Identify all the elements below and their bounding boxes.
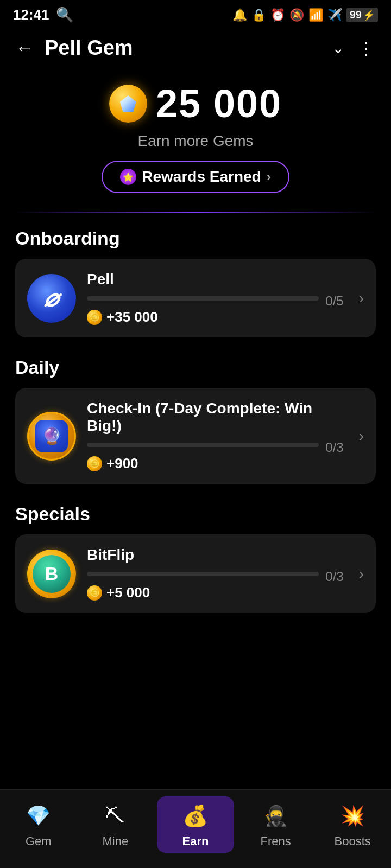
nav-item-earn[interactable]: 💰 Earn [157, 796, 234, 853]
gem-nav-label: Gem [26, 834, 52, 848]
boosts-nav-label: Boosts [335, 834, 371, 848]
specials-section: Specials B BitFlip 0/3 🪙 +5 000 › [0, 494, 391, 613]
checkin-task-counter: 0/3 [325, 440, 343, 455]
pell-task-content: Pell 0/5 🪙 +35 000 [87, 271, 344, 326]
bitflip-task-icon: B [27, 550, 76, 598]
nav-item-boosts[interactable]: 💥 Boosts [314, 796, 391, 853]
checkin-task-reward: 🪙 +900 [87, 455, 344, 472]
rewards-earned-button[interactable]: ⭐ Rewards Earned › [102, 161, 289, 193]
header: ← Pell Gem ⌄ ⋮ [0, 28, 391, 71]
checkin-task-icon: 🔮 [27, 412, 76, 461]
bottom-navigation: 💎 Gem ⛏ Mine 💰 Earn 🥷 Frens 💥 Boosts [0, 789, 391, 868]
earn-nav-icon: 💰 [180, 801, 211, 831]
earn-more-label: Earn more Gems [0, 132, 391, 150]
status-time: 12:41 [13, 7, 49, 23]
alarm-icon: ⏰ [270, 8, 285, 22]
onboarding-section: Onboarding ⌀ Pell 0/5 🪙 +35 000 › [0, 218, 391, 337]
pell-task-name: Pell [87, 271, 344, 288]
checkin-task-content: Check-In (7-Day Complete: Win Big!) 0/3 … [87, 400, 344, 472]
bitflip-task-name: BitFlip [87, 546, 344, 564]
gem-count-display: 25 000 [0, 81, 391, 126]
rewards-chevron-icon: › [267, 169, 271, 184]
pell-progress-bar [87, 296, 319, 301]
mute-icon: 🔕 [289, 8, 304, 22]
task-card-checkin[interactable]: 🔮 Check-In (7-Day Complete: Win Big!) 0/… [15, 388, 376, 484]
bitflip-reward-value: +5 000 [106, 584, 150, 601]
pell-task-arrow-icon: › [359, 290, 364, 307]
hero-section: 25 000 Earn more Gems ⭐ Rewards Earned › [0, 71, 391, 199]
task-card-bitflip[interactable]: B BitFlip 0/3 🪙 +5 000 › [15, 534, 376, 613]
gem-count-number: 25 000 [156, 81, 282, 126]
bitflip-task-reward: 🪙 +5 000 [87, 584, 344, 601]
bitflip-inner-icon: B [33, 555, 71, 593]
bitflip-task-counter: 0/3 [325, 569, 343, 584]
section-divider [15, 212, 376, 213]
pell-task-icon: ⌀ [27, 274, 76, 323]
boosts-nav-icon: 💥 [337, 801, 368, 831]
wifi-icon: 📶 [308, 8, 323, 22]
bitflip-task-content: BitFlip 0/3 🪙 +5 000 [87, 546, 344, 601]
mine-nav-label: Mine [103, 834, 129, 848]
rewards-button-label: Rewards Earned [142, 168, 261, 186]
nav-item-mine[interactable]: ⛏ Mine [77, 796, 154, 853]
nav-item-gem[interactable]: 💎 Gem [0, 796, 77, 853]
back-button[interactable]: ← [15, 37, 34, 59]
pell-task-reward: 🪙 +35 000 [87, 309, 344, 326]
dropdown-chevron-icon[interactable]: ⌄ [332, 39, 344, 57]
checkin-progress-bar [87, 443, 319, 447]
status-icons: 🔔 🔒 ⏰ 🔕 📶 ✈️ 99 ⚡ [232, 8, 378, 22]
mine-nav-icon: ⛏ [100, 801, 130, 831]
checkin-task-name: Check-In (7-Day Complete: Win Big!) [87, 400, 344, 435]
checkin-reward-value: +900 [106, 455, 138, 472]
bitflip-reward-coin-icon: 🪙 [87, 585, 102, 601]
bitflip-progress-bar [87, 572, 319, 576]
rewards-icon: ⭐ [120, 169, 136, 185]
pell-task-counter: 0/5 [325, 293, 343, 309]
gem-coin-icon [109, 85, 147, 123]
airplane-icon: ✈️ [327, 8, 342, 22]
status-bar: 12:41 🔍 🔔 🔒 ⏰ 🔕 📶 ✈️ 99 ⚡ [0, 0, 391, 28]
n-icon: 🔒 [251, 8, 266, 22]
daily-title: Daily [15, 357, 376, 378]
checkin-task-arrow-icon: › [359, 427, 364, 445]
page-title: Pell Gem [45, 36, 133, 60]
pell-reward-value: +35 000 [106, 309, 158, 326]
frens-nav-icon: 🥷 [261, 801, 291, 831]
checkin-inner-icon: 🔮 [35, 420, 68, 452]
bitflip-task-arrow-icon: › [359, 565, 364, 583]
checkin-reward-coin-icon: 🪙 [87, 456, 102, 471]
nav-item-frens[interactable]: 🥷 Frens [237, 796, 314, 853]
bolt-icon: ⚡ [363, 9, 375, 21]
diamond-shape [120, 95, 136, 112]
search-icon: 🔍 [56, 7, 73, 23]
daily-section: Daily 🔮 Check-In (7-Day Complete: Win Bi… [0, 347, 391, 484]
more-menu-button[interactable]: ⋮ [357, 38, 376, 59]
pell-logo-icon: ⌀ [42, 284, 61, 312]
drop-icon: 🔔 [232, 8, 247, 22]
onboarding-title: Onboarding [15, 228, 376, 249]
battery: 99 ⚡ [346, 8, 378, 22]
task-card-pell[interactable]: ⌀ Pell 0/5 🪙 +35 000 › [15, 259, 376, 337]
earn-nav-label: Earn [182, 834, 209, 848]
frens-nav-label: Frens [260, 834, 291, 848]
specials-title: Specials [15, 503, 376, 525]
pell-reward-coin-icon: 🪙 [87, 310, 102, 325]
gem-nav-icon: 💎 [23, 801, 54, 831]
